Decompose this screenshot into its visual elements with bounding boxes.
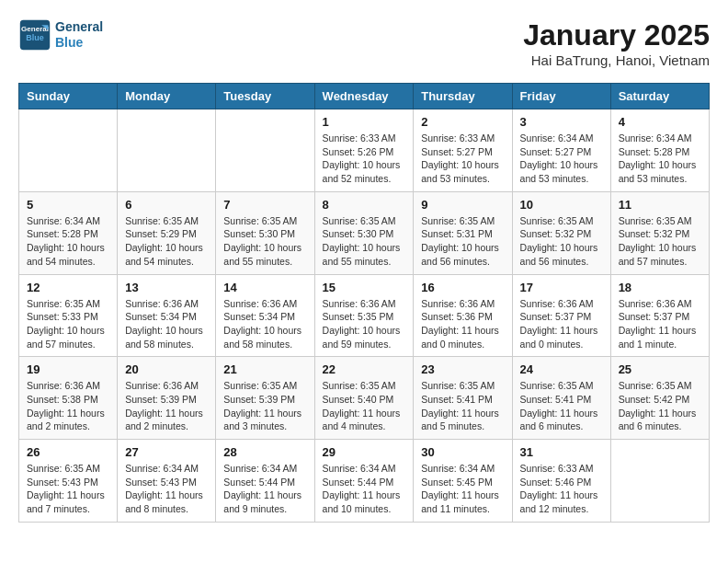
calendar-cell: 4Sunrise: 6:34 AM Sunset: 5:28 PM Daylig… [610,109,709,192]
calendar-cell: 20Sunrise: 6:36 AM Sunset: 5:39 PM Dayli… [118,357,216,440]
calendar-cell: 3Sunrise: 6:34 AM Sunset: 5:27 PM Daylig… [512,109,610,192]
day-number: 14 [223,281,306,294]
day-number: 6 [125,198,208,212]
day-number: 10 [520,198,603,212]
day-number: 5 [27,198,109,212]
day-info: Sunrise: 6:34 AM Sunset: 5:44 PM Dayligh… [223,462,306,516]
calendar-cell [610,440,709,523]
week-row-2: 5Sunrise: 6:34 AM Sunset: 5:28 PM Daylig… [19,191,710,274]
logo-icon: General Blue [18,18,51,52]
day-number: 23 [421,362,504,376]
day-info: Sunrise: 6:36 AM Sunset: 5:36 PM Dayligh… [421,297,504,351]
day-info: Sunrise: 6:35 AM Sunset: 5:32 PM Dayligh… [619,214,701,269]
calendar-cell: 9Sunrise: 6:35 AM Sunset: 5:31 PM Daylig… [414,191,512,274]
calendar-cell [216,109,314,192]
calendar-cell: 30Sunrise: 6:34 AM Sunset: 5:45 PM Dayli… [414,440,512,523]
day-number: 27 [125,445,208,459]
calendar-cell: 17Sunrise: 6:36 AM Sunset: 5:37 PM Dayli… [512,274,610,357]
weekday-header-friday: Friday [512,84,610,109]
calendar-cell: 1Sunrise: 6:33 AM Sunset: 5:26 PM Daylig… [314,109,414,192]
calendar-cell: 2Sunrise: 6:33 AM Sunset: 5:27 PM Daylig… [414,109,512,192]
week-row-1: 1Sunrise: 6:33 AM Sunset: 5:26 PM Daylig… [19,109,710,192]
day-info: Sunrise: 6:36 AM Sunset: 5:37 PM Dayligh… [619,297,701,351]
weekday-header-saturday: Saturday [610,84,709,109]
day-info: Sunrise: 6:35 AM Sunset: 5:31 PM Dayligh… [421,214,504,269]
calendar-cell: 21Sunrise: 6:35 AM Sunset: 5:39 PM Dayli… [216,357,314,440]
day-info: Sunrise: 6:34 AM Sunset: 5:28 PM Dayligh… [619,132,701,186]
calendar-cell: 23Sunrise: 6:35 AM Sunset: 5:41 PM Dayli… [414,357,512,440]
day-info: Sunrise: 6:35 AM Sunset: 5:30 PM Dayligh… [323,214,406,269]
calendar-cell [19,109,118,192]
day-number: 15 [323,281,406,294]
day-info: Sunrise: 6:33 AM Sunset: 5:27 PM Dayligh… [421,132,504,186]
calendar-cell: 24Sunrise: 6:35 AM Sunset: 5:41 PM Dayli… [512,357,610,440]
day-number: 8 [323,198,406,212]
day-number: 4 [619,115,701,129]
calendar-cell: 26Sunrise: 6:35 AM Sunset: 5:43 PM Dayli… [19,440,118,523]
day-number: 22 [323,362,406,376]
calendar-cell: 19Sunrise: 6:36 AM Sunset: 5:38 PM Dayli… [19,357,118,440]
day-number: 28 [223,445,306,459]
calendar-cell: 28Sunrise: 6:34 AM Sunset: 5:44 PM Dayli… [216,440,314,523]
day-number: 18 [619,281,701,294]
calendar-cell: 7Sunrise: 6:35 AM Sunset: 5:30 PM Daylig… [216,191,314,274]
logo-text-general: General [55,19,103,35]
calendar-cell: 18Sunrise: 6:36 AM Sunset: 5:37 PM Dayli… [610,274,709,357]
calendar-cell: 8Sunrise: 6:35 AM Sunset: 5:30 PM Daylig… [314,191,414,274]
day-number: 31 [520,445,603,459]
day-info: Sunrise: 6:33 AM Sunset: 5:26 PM Dayligh… [323,132,406,186]
page-header: General Blue General Blue January 2025 H… [18,18,710,68]
weekday-header-wednesday: Wednesday [314,84,414,109]
day-number: 30 [421,445,504,459]
day-info: Sunrise: 6:34 AM Sunset: 5:28 PM Dayligh… [27,214,109,269]
calendar-cell: 15Sunrise: 6:36 AM Sunset: 5:35 PM Dayli… [314,274,414,357]
logo: General Blue General Blue [18,18,103,52]
week-row-5: 26Sunrise: 6:35 AM Sunset: 5:43 PM Dayli… [19,440,710,523]
weekday-header-tuesday: Tuesday [216,84,314,109]
day-number: 29 [323,445,406,459]
day-number: 17 [520,281,603,294]
day-number: 2 [421,115,504,129]
day-number: 12 [27,281,109,294]
calendar-cell [118,109,216,192]
calendar-cell: 16Sunrise: 6:36 AM Sunset: 5:36 PM Dayli… [414,274,512,357]
weekday-header-row: SundayMondayTuesdayWednesdayThursdayFrid… [19,84,710,109]
day-info: Sunrise: 6:34 AM Sunset: 5:45 PM Dayligh… [421,462,504,516]
day-info: Sunrise: 6:35 AM Sunset: 5:30 PM Dayligh… [223,214,306,269]
week-row-3: 12Sunrise: 6:35 AM Sunset: 5:33 PM Dayli… [19,274,710,357]
day-number: 25 [619,362,701,376]
day-number: 9 [421,198,504,212]
day-number: 3 [520,115,603,129]
day-info: Sunrise: 6:35 AM Sunset: 5:40 PM Dayligh… [323,379,406,433]
day-info: Sunrise: 6:35 AM Sunset: 5:42 PM Dayligh… [619,379,701,433]
day-info: Sunrise: 6:36 AM Sunset: 5:38 PM Dayligh… [27,379,109,433]
weekday-header-monday: Monday [118,84,216,109]
calendar-cell: 25Sunrise: 6:35 AM Sunset: 5:42 PM Dayli… [610,357,709,440]
calendar-cell: 10Sunrise: 6:35 AM Sunset: 5:32 PM Dayli… [512,191,610,274]
day-info: Sunrise: 6:36 AM Sunset: 5:39 PM Dayligh… [125,379,208,433]
day-number: 7 [223,198,306,212]
svg-text:Blue: Blue [26,33,44,42]
day-number: 11 [619,198,701,212]
day-info: Sunrise: 6:36 AM Sunset: 5:35 PM Dayligh… [323,297,406,351]
calendar-subtitle: Hai BaTrung, Hanoi, Vietnam [523,52,710,68]
day-info: Sunrise: 6:35 AM Sunset: 5:29 PM Dayligh… [125,214,208,269]
day-info: Sunrise: 6:35 AM Sunset: 5:41 PM Dayligh… [421,379,504,433]
day-number: 1 [323,115,406,129]
day-number: 16 [421,281,504,294]
day-number: 19 [27,362,109,376]
day-number: 26 [27,445,109,459]
calendar-title: January 2025 [523,18,710,52]
day-info: Sunrise: 6:34 AM Sunset: 5:44 PM Dayligh… [323,462,406,516]
day-number: 13 [125,281,208,294]
calendar-cell: 31Sunrise: 6:33 AM Sunset: 5:46 PM Dayli… [512,440,610,523]
week-row-4: 19Sunrise: 6:36 AM Sunset: 5:38 PM Dayli… [19,357,710,440]
weekday-header-thursday: Thursday [414,84,512,109]
day-number: 21 [223,362,306,376]
calendar-cell: 29Sunrise: 6:34 AM Sunset: 5:44 PM Dayli… [314,440,414,523]
day-info: Sunrise: 6:36 AM Sunset: 5:34 PM Dayligh… [125,297,208,351]
day-info: Sunrise: 6:36 AM Sunset: 5:34 PM Dayligh… [223,297,306,351]
day-info: Sunrise: 6:36 AM Sunset: 5:37 PM Dayligh… [520,297,603,351]
calendar-table: SundayMondayTuesdayWednesdayThursdayFrid… [18,83,710,523]
calendar-cell: 22Sunrise: 6:35 AM Sunset: 5:40 PM Dayli… [314,357,414,440]
